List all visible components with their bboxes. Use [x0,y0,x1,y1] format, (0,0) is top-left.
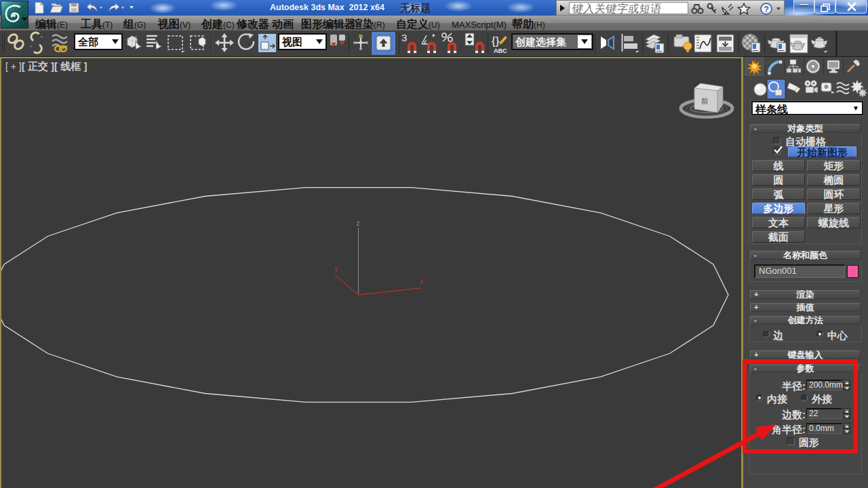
svg-text:*: * [41,35,43,40]
svg-text:视图: 视图 [281,36,302,47]
svg-text:创建选择集: 创建选择集 [515,36,566,47]
svg-text:z: z [357,220,360,227]
svg-text:全部: 全部 [77,36,98,47]
svg-text:前: 前 [701,97,709,105]
svg-text:*: * [30,45,32,49]
svg-text:y: y [334,265,338,272]
svg-text:ABC: ABC [494,47,507,54]
svg-text:3: 3 [401,32,407,43]
svg-text:{}: {} [492,35,500,47]
svg-text:?: ? [764,5,769,14]
svg-text:x: x [420,278,423,285]
